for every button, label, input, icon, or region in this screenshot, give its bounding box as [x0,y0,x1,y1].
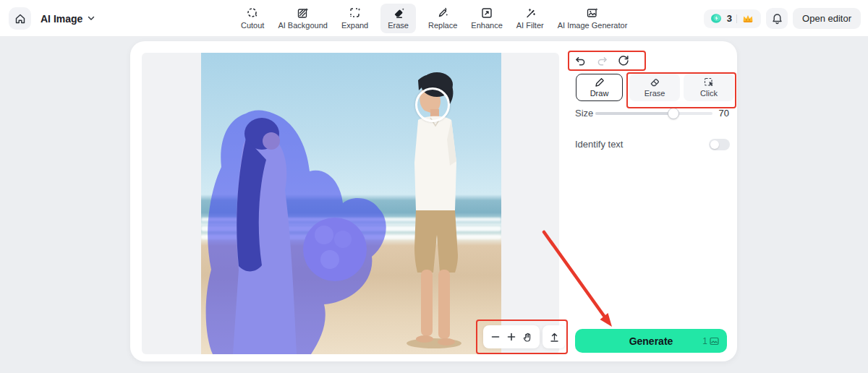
bell-icon [772,13,783,25]
undo-icon [574,56,587,66]
photo-beach-couple [201,53,501,354]
click-select-icon [704,77,715,87]
zoom-in-icon [506,332,516,342]
undo-button[interactable] [574,54,587,67]
tools-toolbar: Cutout AI Backgound Expand Erase [239,0,629,37]
home-button[interactable] [9,7,31,30]
tab-label: Enhance [471,21,502,30]
mode-label: Erase [644,89,665,98]
photo-figures [201,53,501,354]
chevron-down-icon [88,16,95,21]
mode-label: Draw [590,89,609,98]
tab-ai-image-generator[interactable]: AI Image Generator [556,4,629,33]
reset-button[interactable] [617,54,630,67]
history-controls [574,54,630,67]
brush-cursor-circle [415,87,450,122]
crown-icon [741,13,754,24]
zoom-in-button[interactable] [503,328,519,346]
pan-hand-icon [522,332,532,343]
home-icon [14,13,26,25]
generate-cost-value: 1 [702,336,707,346]
zoom-out-icon [490,332,501,342]
upload-image-button[interactable] [542,325,566,348]
topbar-right-cluster: 3 Open editor [704,0,861,37]
mode-label: Click [700,89,718,98]
tab-enhance[interactable]: Enhance [469,4,503,33]
credit-image-icon [710,337,719,346]
tab-label: AI Image Generator [558,21,628,30]
tab-ai-filter[interactable]: AI Filter [515,4,545,33]
reset-icon [618,55,629,67]
notifications-button[interactable] [766,8,788,29]
tab-erase[interactable]: Erase [380,4,416,33]
tab-expand[interactable]: Expand [340,4,370,33]
coin-icon [710,13,723,24]
tab-label: Expand [341,21,368,30]
redo-icon [596,56,608,66]
tab-label: Erase [388,21,409,30]
brand-label: AI Image [41,13,82,25]
editor-card: Draw Erase Click Size 70 Identify text G… [130,41,737,361]
credits-pill[interactable]: 3 [704,9,761,28]
mode-draw-button[interactable]: Draw [576,74,623,101]
toggle-knob [710,140,719,149]
size-value: 70 [709,108,729,119]
image-canvas[interactable] [142,53,559,354]
erase-mask-region [206,111,386,355]
brush-icon [595,77,605,87]
ai-filter-icon [524,7,536,19]
credits-count: 3 [727,13,732,24]
pan-tool-button[interactable] [519,328,535,346]
expand-icon [349,7,361,19]
identify-text-toggle[interactable] [709,139,730,150]
tab-label: AI Backgound [278,21,328,30]
erase-icon [393,7,404,19]
tab-ai-background[interactable]: AI Backgound [276,4,329,33]
generate-cost: 1 [702,329,719,353]
ai-image-menu[interactable]: AI Image [41,0,95,37]
eraser-icon [650,77,660,87]
size-label: Size [575,108,593,119]
tab-cutout[interactable]: Cutout [239,4,265,33]
tab-label: Cutout [241,21,264,30]
tab-replace[interactable]: Replace [427,4,459,33]
brush-size-slider[interactable] [595,108,712,119]
open-editor-button[interactable]: Open editor [793,8,861,29]
mode-click-button[interactable]: Click [684,74,734,101]
enhance-icon [481,7,493,19]
generate-button[interactable]: Generate 1 [575,329,727,353]
ai-background-icon [297,7,309,19]
cutout-icon [247,7,258,19]
identify-text-label: Identify text [575,139,623,150]
upload-icon [549,332,560,343]
replace-icon [437,7,448,19]
slider-fill [595,112,673,115]
canvas-zoom-controls [483,325,540,348]
redo-button[interactable] [595,54,608,67]
tab-label: Replace [428,21,457,30]
zoom-out-button[interactable] [488,328,503,346]
divider [736,14,737,23]
slider-handle[interactable] [668,108,679,119]
tab-label: AI Filter [516,21,544,30]
top-bar: AI Image Cutout AI Backgound [0,0,868,37]
mode-erase-button[interactable]: Erase [629,74,680,101]
ai-image-generator-icon [587,7,598,19]
app-screen: AI Image Cutout AI Backgound [0,0,868,373]
